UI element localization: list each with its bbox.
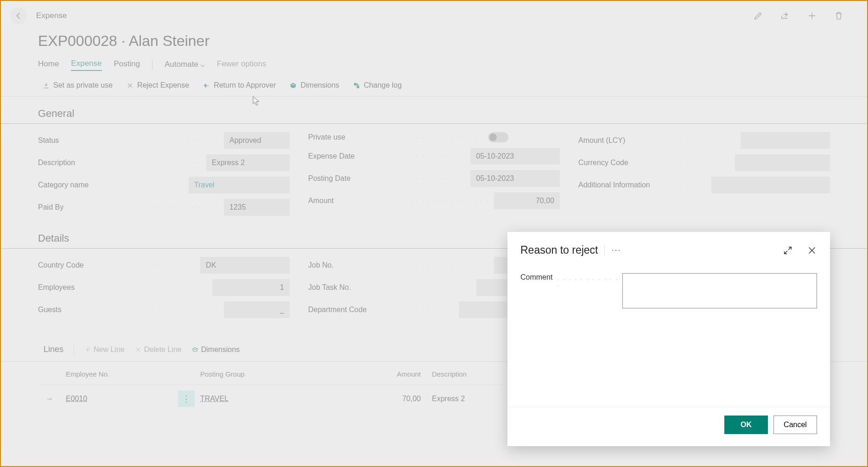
- reject-modal: Reason to reject ··· Comment· · · · · · …: [507, 232, 830, 446]
- close-icon[interactable]: [807, 245, 817, 256]
- modal-title: Reason to reject: [520, 244, 598, 256]
- comment-label: Comment: [520, 273, 552, 281]
- ok-button[interactable]: OK: [724, 416, 768, 434]
- comment-input[interactable]: [622, 273, 817, 308]
- expand-icon[interactable]: [783, 245, 793, 256]
- modal-more-icon[interactable]: ···: [611, 245, 621, 255]
- cancel-button[interactable]: Cancel: [773, 416, 817, 434]
